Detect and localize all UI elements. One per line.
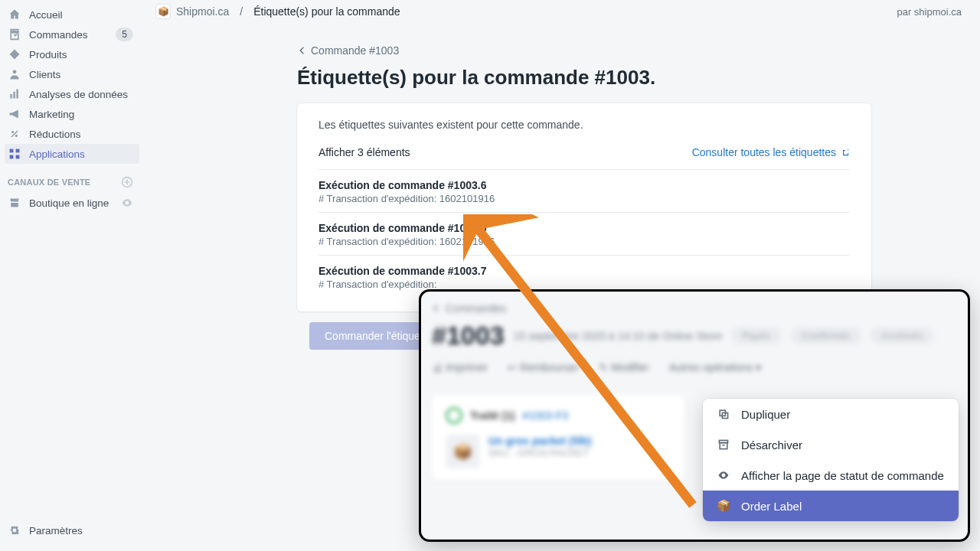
gear-icon (8, 523, 21, 537)
sidebar-item-label: Paramètres (29, 525, 83, 536)
breadcrumb-separator: / (240, 5, 243, 18)
products-icon (8, 47, 21, 61)
item-title: Exécution de commande #1003.7 (318, 265, 850, 277)
orders-icon (8, 28, 21, 41)
dropdown-label: Dupliquer (741, 408, 790, 421)
dropdown-item-order-label[interactable]: 📦 Order Label (703, 491, 959, 521)
sidebar: Accueil Commandes 5 Produits Clients Ana… (0, 0, 144, 551)
inset-badge: Archivés (871, 327, 934, 344)
inset-back-link: Commandes (432, 302, 957, 315)
home-icon (8, 8, 21, 21)
inset-badge: Confirmés (791, 327, 861, 344)
svg-rect-1 (10, 94, 11, 99)
labels-card: Les étiquettes suivantes existent pour c… (297, 103, 871, 311)
svg-rect-7 (16, 149, 20, 153)
view-all-link[interactable]: Consulter toutes les étiquettes (692, 146, 850, 158)
dropdown-item-status-page[interactable]: Afficher la page de statut de commande (703, 460, 959, 491)
sidebar-channel-online-store[interactable]: Boutique en ligne (0, 193, 144, 213)
apps-icon (8, 147, 21, 161)
inset-op: Autres opérations ▾ (669, 361, 762, 373)
inset-sku: SKU : GROS-PACKET (488, 447, 592, 458)
channels-header: CANAUX DE VENTE (0, 164, 144, 193)
sidebar-item-products[interactable]: Produits (0, 44, 144, 64)
sidebar-item-label: Analyses de données (29, 89, 128, 100)
app-logo-icon: 📦 (156, 5, 170, 18)
svg-rect-9 (16, 155, 20, 159)
item-title: Exécution de commande #1003.6 (318, 179, 850, 191)
sidebar-item-label: Clients (29, 69, 60, 80)
svg-rect-3 (16, 90, 18, 99)
marketing-icon (8, 107, 21, 121)
svg-point-0 (13, 70, 17, 73)
inset-op: ↩ Rembourser (508, 361, 579, 373)
svg-rect-8 (10, 155, 14, 159)
sidebar-item-orders[interactable]: Commandes 5 (0, 24, 144, 44)
page-title: Étiquette(s) pour la commande #1003. (297, 66, 871, 90)
breadcrumb-current: Étiquette(s) pour la commande (253, 5, 400, 18)
inset-status: Traité (1) (470, 409, 514, 422)
sidebar-item-apps[interactable]: Applications (5, 144, 139, 164)
chevron-left-icon (297, 45, 308, 56)
inset-meta: 15 septembre 2020 à 14:10 de Online Stor… (514, 330, 722, 342)
customers-icon (8, 67, 21, 81)
inset-badge: Payés (731, 327, 782, 344)
label-list-item[interactable]: Exécution de commande #1003.6 # Transact… (318, 169, 850, 212)
svg-point-4 (11, 131, 14, 133)
sidebar-item-settings[interactable]: Paramètres (0, 520, 144, 540)
topbar: 📦 Shipmoi.ca / Étiquette(s) pour la comm… (144, 0, 980, 23)
sidebar-item-analytics[interactable]: Analyses de données (0, 84, 144, 104)
product-thumb-icon: 📦 (446, 435, 479, 468)
back-link[interactable]: Commande #1003 (297, 44, 399, 57)
inset-order-number: #1003 (432, 321, 505, 350)
dropdown-label: Order Label (741, 500, 802, 513)
view-all-label: Consulter toutes les étiquettes (692, 146, 836, 158)
item-sub: # Transaction d'expédition: 1602101916 (318, 236, 850, 247)
eye-icon (717, 468, 730, 482)
sidebar-item-discounts[interactable]: Réductions (0, 124, 144, 144)
channels-title: CANAUX DE VENTE (8, 178, 90, 187)
sidebar-item-label: Marketing (29, 109, 74, 120)
dropdown-label: Afficher la page de statut de commande (741, 469, 944, 482)
sidebar-item-home[interactable]: Accueil (0, 5, 144, 24)
sidebar-item-label: Produits (29, 49, 67, 60)
inset-fulfillment: #1003-F3 (522, 409, 568, 422)
external-link-icon (841, 148, 850, 157)
orders-badge: 5 (116, 28, 133, 41)
svg-rect-6 (10, 149, 14, 153)
status-dot-icon (446, 407, 462, 424)
label-list-item[interactable]: Exécution de commande #1003.5 # Transact… (318, 212, 850, 255)
add-channel-icon[interactable] (121, 176, 133, 188)
item-title: Exécution de commande #1003.5 (318, 222, 850, 234)
app-name[interactable]: Shipmoi.ca (176, 5, 229, 18)
dropdown-item-unarchive[interactable]: Désarchiver (703, 429, 959, 460)
inset-op: ✎ Modifier (599, 361, 649, 373)
discounts-icon (8, 127, 21, 141)
svg-rect-2 (13, 92, 15, 99)
inset-product: Un gros packet (5lb) (488, 435, 592, 447)
sidebar-item-label: Commandes (29, 29, 88, 41)
analytics-icon (8, 87, 21, 101)
card-intro: Les étiquettes suivantes existent pour c… (318, 119, 850, 131)
back-link-label: Commande #1003 (311, 44, 399, 57)
item-sub: # Transaction d'expédition: 1602101916 (318, 193, 850, 204)
svg-point-5 (15, 135, 18, 137)
sidebar-item-customers[interactable]: Clients (0, 64, 144, 84)
store-icon (8, 196, 21, 210)
sidebar-item-label: Réductions (29, 129, 81, 140)
sidebar-item-marketing[interactable]: Marketing (0, 104, 144, 124)
more-actions-dropdown: Dupliquer Désarchiver Afficher la page d… (703, 399, 959, 521)
unarchive-icon (717, 438, 730, 452)
sidebar-item-label: Accueil (29, 9, 63, 21)
count-text: Afficher 3 éléments (318, 146, 410, 158)
app-icon: 📦 (717, 499, 730, 513)
dropdown-label: Désarchiver (741, 439, 802, 452)
duplicate-icon (717, 407, 730, 421)
eye-icon[interactable] (121, 197, 133, 209)
sidebar-item-label: Applications (29, 148, 85, 160)
attribution: par shipmoi.ca (897, 6, 962, 18)
nav-list: Accueil Commandes 5 Produits Clients Ana… (0, 5, 144, 164)
inset-op: 🖨 Imprimer (432, 361, 488, 373)
dropdown-item-duplicate[interactable]: Dupliquer (703, 399, 959, 429)
sidebar-item-label: Boutique en ligne (29, 197, 109, 209)
inset-screenshot: Commandes #1003 15 septembre 2020 à 14:1… (419, 289, 970, 542)
